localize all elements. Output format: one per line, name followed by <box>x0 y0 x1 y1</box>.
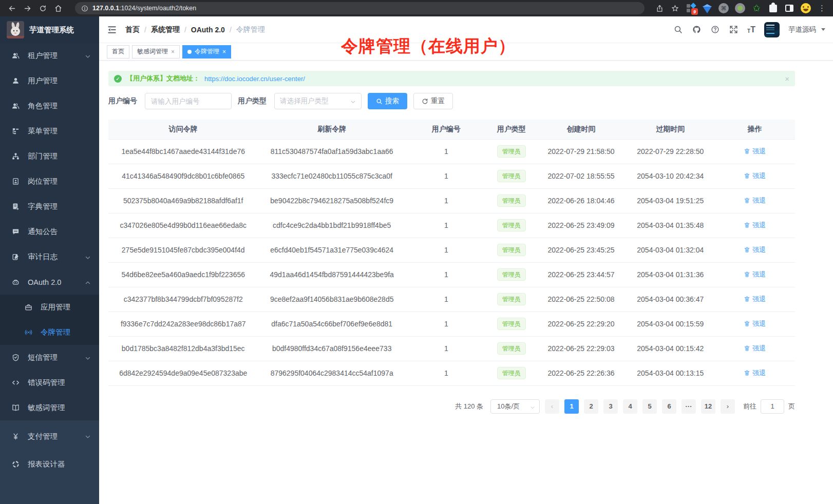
force-logout-button[interactable]: 强退 <box>744 369 766 378</box>
force-logout-button[interactable]: 强退 <box>744 344 766 353</box>
sidebar-item-报表设计器[interactable]: 报表设计器 <box>0 450 99 478</box>
force-logout-button[interactable]: 强退 <box>744 319 766 328</box>
created-time-cell: 2022-06-25 23:49:09 <box>536 213 626 238</box>
app-title: 芋道管理系统 <box>29 25 74 35</box>
next-page-button[interactable]: › <box>721 399 735 414</box>
forward-icon[interactable] <box>22 3 33 14</box>
sidebar-item-支付管理[interactable]: 支付管理 <box>0 422 99 450</box>
sidebar-item-字典管理[interactable]: 字典管理 <box>0 194 99 219</box>
share-icon[interactable] <box>654 3 665 14</box>
sidebar-item-错误码管理[interactable]: 错误码管理 <box>0 370 99 395</box>
help-icon[interactable] <box>710 25 720 34</box>
tab-令牌管理[interactable]: 令牌管理× <box>182 45 231 59</box>
app-logo[interactable]: 芋道管理系统 <box>0 16 99 43</box>
user-type-badge: 管理员 <box>497 219 526 231</box>
green-star-extension-icon[interactable]: ✩ <box>751 3 762 13</box>
browser-menu-icon[interactable]: ⋮ <box>817 4 827 13</box>
main-area: 首页 / 系统管理 / OAuth 2.0 / 令牌管理 <box>99 16 833 504</box>
user-id-input[interactable] <box>145 93 232 109</box>
sidebar-item-审计日志[interactable]: 审计日志 <box>0 244 99 269</box>
github-icon[interactable] <box>692 25 702 34</box>
user-avatar[interactable] <box>764 22 780 37</box>
tab-close-icon[interactable]: × <box>171 49 175 55</box>
sidebar-item-OAuth 2.0[interactable]: OAuth 2.0 <box>0 269 99 295</box>
page-size-select[interactable]: 10条/页 <box>490 399 540 414</box>
user-menu-caret-icon[interactable] <box>821 28 825 31</box>
search-button[interactable]: 搜索 <box>368 93 407 109</box>
expire-time-cell: 2022-07-29 22:28:50 <box>626 139 714 164</box>
page-button-5[interactable]: 5 <box>642 399 657 414</box>
page-button-6[interactable]: 6 <box>662 399 676 414</box>
refresh-token-cell: 49d1aa46d1454fbd87591444423be9fa <box>258 262 405 287</box>
goto-page-input[interactable] <box>761 399 784 414</box>
fullscreen-icon[interactable] <box>729 25 739 34</box>
tab-close-icon[interactable]: × <box>222 49 226 55</box>
force-logout-button[interactable]: 强退 <box>744 147 766 156</box>
alert-close-icon[interactable]: × <box>785 74 789 83</box>
username[interactable]: 芋道源码 <box>788 25 816 34</box>
created-time-cell: 2022-06-25 22:29:20 <box>536 312 626 336</box>
force-logout-button[interactable]: 强退 <box>744 171 766 181</box>
page-button-1[interactable]: 1 <box>564 399 579 414</box>
doc-link[interactable]: https://doc.iocoder.cn/user-center/ <box>204 75 305 83</box>
address-bar[interactable]: 127.0.0.1:1024/system/oauth2/token <box>75 2 645 14</box>
back-icon[interactable] <box>6 3 17 14</box>
created-time-cell: 2022-06-26 18:04:46 <box>536 188 626 213</box>
force-logout-button[interactable]: 强退 <box>744 270 766 279</box>
bookmark-star-icon[interactable] <box>669 3 680 14</box>
force-logout-button[interactable]: 强退 <box>744 245 766 255</box>
breadcrumb-oauth[interactable]: OAuth 2.0 <box>191 26 225 34</box>
tab-首页[interactable]: 首页 <box>107 45 129 59</box>
pagination: 共 120 条 10条/页 ‹ 123456···12 › 前往 页 <box>108 399 795 414</box>
reset-button[interactable]: 重置 <box>413 93 453 109</box>
access-token-cell: b0d1785bc3a8482f812db4a3f3bd15ec <box>108 336 258 361</box>
user-type-label: 用户类型 <box>238 96 267 106</box>
force-logout-button[interactable]: 强退 <box>744 221 766 230</box>
command-extension-icon[interactable]: ⌘ <box>718 3 729 13</box>
page-button-4[interactable]: 4 <box>623 399 637 414</box>
home-icon[interactable] <box>52 3 64 14</box>
sidebar-toggle-icon[interactable] <box>107 25 117 35</box>
puzzle-extension-icon[interactable] <box>768 3 778 13</box>
prev-page-button[interactable]: ‹ <box>545 399 559 414</box>
user-type-select[interactable]: 请选择用户类型 <box>274 93 362 109</box>
font-size-icon[interactable]: TT <box>747 26 755 34</box>
sidebar-item-应用管理[interactable]: 应用管理 <box>0 295 99 320</box>
chevron-down-icon <box>530 404 535 409</box>
trash-icon <box>744 271 750 278</box>
force-logout-button[interactable]: 强退 <box>744 196 766 205</box>
table-row: 1ea5e44f8bc1467aaede43144f31de76811c5304… <box>108 139 795 164</box>
more-pages-button[interactable]: ··· <box>681 399 696 414</box>
gem-extension-icon[interactable] <box>702 3 712 13</box>
sidebar-item-岗位管理[interactable]: 岗位管理 <box>0 169 99 194</box>
sidebar-menu: 租户管理用户管理角色管理菜单管理部门管理岗位管理字典管理通知公告审计日志OAut… <box>0 43 99 504</box>
page-button-2[interactable]: 2 <box>584 399 598 414</box>
access-token-cell: 1ea5e44f8bc1467aaede43144f31de76 <box>108 139 258 164</box>
action-cell: 强退 <box>715 287 795 312</box>
site-info-icon[interactable] <box>81 5 88 12</box>
profile-avatar-icon[interactable] <box>801 3 811 13</box>
sidebar-item-租户管理[interactable]: 租户管理 <box>0 43 99 68</box>
breadcrumb-system[interactable]: 系统管理 <box>151 25 180 34</box>
page-button-12[interactable]: 12 <box>701 399 715 414</box>
column-header-用户编号: 用户编号 <box>406 120 487 139</box>
token-table: 访问令牌刷新令牌用户编号用户类型创建时间过期时间操作 1ea5e44f8bc14… <box>108 120 795 386</box>
sidebar-item-短信管理[interactable]: 短信管理 <box>0 345 99 370</box>
page-button-3[interactable]: 3 <box>603 399 618 414</box>
side-panel-icon[interactable] <box>784 3 794 13</box>
breadcrumb-home[interactable]: 首页 <box>125 25 140 34</box>
tab-敏感词管理[interactable]: 敏感词管理× <box>132 45 180 59</box>
sidebar-item-用户管理[interactable]: 用户管理 <box>0 68 99 93</box>
sidebar-item-部门管理[interactable]: 部门管理 <box>0 144 99 169</box>
sidebar-item-令牌管理[interactable]: 令牌管理 <box>0 320 99 345</box>
extension-grid-icon[interactable]: 9 <box>687 4 696 13</box>
record-extension-icon[interactable] <box>735 3 745 13</box>
force-logout-button[interactable]: 强退 <box>744 295 766 304</box>
sidebar-item-角色管理[interactable]: 角色管理 <box>0 93 99 119</box>
column-header-创建时间: 创建时间 <box>536 120 626 139</box>
reload-icon[interactable] <box>37 3 48 14</box>
sidebar-item-菜单管理[interactable]: 菜单管理 <box>0 119 99 144</box>
sidebar-item-通知公告[interactable]: 通知公告 <box>0 219 99 244</box>
search-icon[interactable] <box>673 25 683 34</box>
sidebar-item-敏感词管理[interactable]: 敏感词管理 <box>0 395 99 420</box>
